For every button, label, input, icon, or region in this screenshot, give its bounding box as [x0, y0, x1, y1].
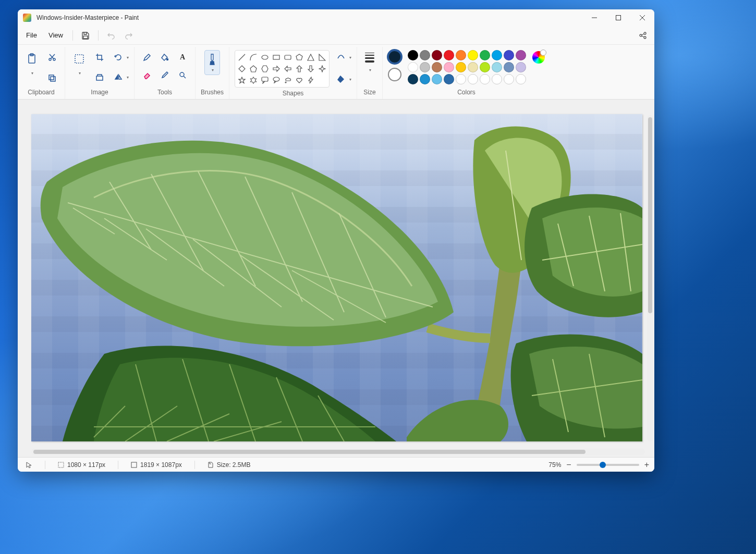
color-swatch[interactable]: [456, 62, 466, 72]
shape-line[interactable]: [237, 53, 247, 62]
color-swatch[interactable]: [444, 74, 454, 84]
shape-right-triangle[interactable]: [318, 53, 327, 62]
menu-file[interactable]: File: [21, 28, 42, 42]
color-swatch[interactable]: [456, 50, 466, 60]
shape-diamond[interactable]: [237, 64, 247, 73]
resize-button[interactable]: [92, 70, 107, 84]
minimize-button[interactable]: [582, 9, 606, 26]
color-swatch[interactable]: [492, 74, 502, 84]
shape-arrow-left[interactable]: [283, 64, 292, 73]
paste-button[interactable]: [23, 50, 41, 68]
shape-polygon[interactable]: [295, 53, 304, 62]
maximize-button[interactable]: [606, 9, 630, 26]
color-swatch[interactable]: [432, 74, 442, 84]
shape-callout-cloud[interactable]: [283, 76, 292, 85]
color-swatch[interactable]: [420, 50, 430, 60]
zoom-out-button[interactable]: −: [566, 460, 571, 470]
shape-heart[interactable]: [295, 76, 304, 85]
zoom-in-button[interactable]: +: [644, 460, 649, 470]
color-swatch[interactable]: [480, 50, 490, 60]
chevron-down-icon[interactable]: ▾: [79, 71, 81, 76]
shape-callout-oval[interactable]: [272, 76, 281, 85]
shape-pentagon[interactable]: [249, 64, 258, 73]
color-swatch[interactable]: [504, 74, 514, 84]
colors-label: Colors: [457, 89, 475, 96]
cut-button[interactable]: [45, 50, 59, 65]
shape-hexagon[interactable]: [260, 64, 270, 73]
color-swatch[interactable]: [480, 62, 490, 72]
color-swatch[interactable]: [468, 74, 478, 84]
magnifier-tool[interactable]: [175, 68, 190, 82]
chevron-down-icon: ▾: [212, 68, 214, 72]
fill-tool[interactable]: [157, 50, 172, 65]
shape-star5[interactable]: [237, 76, 247, 85]
color-swatch[interactable]: [420, 74, 430, 84]
save-button[interactable]: [77, 27, 94, 44]
color-swatch[interactable]: [516, 62, 526, 72]
cursor-tool-indicator: [23, 462, 35, 468]
color-swatch[interactable]: [492, 50, 502, 60]
color1-swatch[interactable]: [388, 50, 401, 64]
color2-swatch[interactable]: [388, 68, 401, 81]
svg-marker-38: [239, 77, 245, 83]
color-swatch[interactable]: [516, 74, 526, 84]
shape-curve[interactable]: [249, 53, 258, 62]
copy-button[interactable]: [45, 71, 59, 85]
pencil-tool[interactable]: [140, 50, 154, 65]
size-button[interactable]: [362, 50, 377, 65]
redo-button[interactable]: [120, 27, 137, 44]
crop-button[interactable]: [92, 50, 107, 65]
rotate-button[interactable]: [111, 50, 126, 65]
canvas[interactable]: [31, 114, 642, 441]
shape-rounded-rect[interactable]: [283, 53, 292, 62]
color-swatch[interactable]: [408, 74, 418, 84]
select-button[interactable]: [70, 50, 88, 68]
color-swatch[interactable]: [504, 62, 514, 72]
shapes-gallery[interactable]: [235, 50, 330, 88]
color-swatch[interactable]: [468, 62, 478, 72]
color-swatch[interactable]: [456, 74, 466, 84]
share-button[interactable]: [635, 27, 651, 44]
color-swatch[interactable]: [432, 50, 442, 60]
horizontal-scrollbar[interactable]: [31, 449, 645, 455]
shape-rect[interactable]: [272, 53, 281, 62]
chevron-down-icon[interactable]: ▾: [31, 71, 33, 76]
text-tool[interactable]: A: [175, 50, 190, 65]
svg-point-41: [273, 77, 279, 81]
undo-button[interactable]: [103, 27, 119, 44]
shape-arrow-down[interactable]: [306, 64, 315, 73]
color-swatch[interactable]: [516, 50, 526, 60]
color-swatch[interactable]: [408, 50, 418, 60]
shape-arrow-up[interactable]: [295, 64, 304, 73]
color-picker-tool[interactable]: [157, 68, 172, 82]
brushes-button[interactable]: ▾: [204, 50, 220, 75]
color-swatch[interactable]: [420, 62, 430, 72]
shape-star4[interactable]: [318, 64, 327, 73]
zoom-slider[interactable]: [577, 464, 639, 466]
vertical-scrollbar[interactable]: [647, 115, 653, 441]
shape-star6[interactable]: [249, 76, 258, 85]
color-swatch[interactable]: [468, 50, 478, 60]
shape-triangle[interactable]: [306, 53, 315, 62]
color-swatch[interactable]: [504, 50, 514, 60]
color-swatch[interactable]: [408, 62, 418, 72]
svg-point-5: [640, 34, 642, 36]
shape-outline-button[interactable]: [334, 50, 348, 65]
menu-view[interactable]: View: [43, 28, 68, 42]
edit-colors-button[interactable]: [532, 51, 545, 64]
color-swatch[interactable]: [432, 62, 442, 72]
color-swatch[interactable]: [480, 74, 490, 84]
shape-oval[interactable]: [260, 53, 270, 62]
shape-lightning[interactable]: [306, 76, 315, 85]
color-swatch[interactable]: [492, 62, 502, 72]
eraser-tool[interactable]: [140, 68, 154, 82]
shape-callout-rect[interactable]: [260, 76, 270, 85]
shape-fill-button[interactable]: [334, 72, 348, 87]
canvas-area: [18, 100, 654, 457]
flip-button[interactable]: [111, 70, 126, 84]
chevron-down-icon[interactable]: ▾: [369, 68, 371, 72]
color-swatch[interactable]: [444, 62, 454, 72]
shape-arrow-right[interactable]: [272, 64, 281, 73]
close-button[interactable]: [630, 9, 654, 26]
color-swatch[interactable]: [444, 50, 454, 60]
